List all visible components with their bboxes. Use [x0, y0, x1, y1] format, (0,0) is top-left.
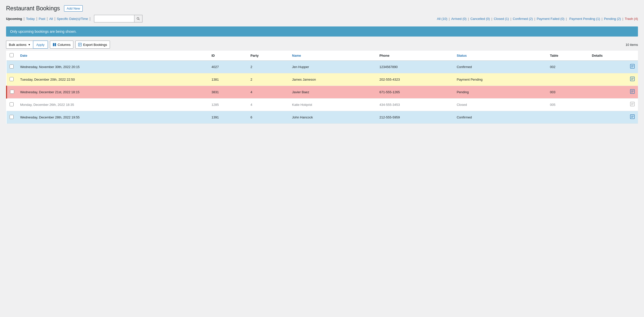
details-icon[interactable] — [630, 103, 635, 108]
row-details[interactable] — [589, 73, 638, 86]
row-id: 1381 — [209, 73, 248, 86]
row-table: 005 — [547, 99, 589, 111]
select-all-checkbox[interactable] — [10, 53, 14, 57]
col-details: Details — [589, 51, 638, 61]
row-id: 4027 — [209, 61, 248, 73]
chevron-down-icon: ▼ — [28, 43, 31, 46]
status-pending[interactable]: Pending (2) — [604, 17, 621, 21]
row-checkbox-cell — [7, 73, 17, 86]
table-row: Wednesday, December 28th, 2022 19:55 139… — [7, 111, 638, 124]
table-header-row: Date ID Party Name Phone Status Table De… — [7, 51, 638, 61]
bulk-actions-dropdown[interactable]: Bulk actions ▼ — [6, 41, 33, 49]
columns-icon — [53, 43, 56, 46]
row-checkbox[interactable] — [10, 90, 14, 94]
bookings-table: Date ID Party Name Phone Status Table De… — [6, 51, 638, 124]
row-table — [547, 111, 589, 124]
row-status: Pending — [454, 86, 547, 99]
apply-button[interactable]: Apply — [33, 41, 48, 49]
row-name: Katie Holqvist — [289, 99, 376, 111]
row-party: 6 — [247, 111, 289, 124]
filter-bar: Upcoming | Today | Past | All | Specific… — [6, 15, 638, 22]
filter-today[interactable]: Today — [26, 17, 35, 21]
row-checkbox-cell — [7, 99, 17, 111]
status-payment-pending[interactable]: Payment Pending (1) — [569, 17, 600, 21]
svg-rect-2 — [53, 43, 54, 46]
row-status: Closed — [454, 99, 547, 111]
table-row: Monday, December 26th, 2022 18:35 1285 4… — [7, 99, 638, 111]
items-count: 10 items — [626, 43, 638, 47]
export-button[interactable]: Export Bookings — [75, 41, 110, 49]
table-row: Tuesday, December 20th, 2022 22:50 1381 … — [7, 73, 638, 86]
columns-label: Columns — [58, 43, 71, 47]
row-name: Jen Hupper — [289, 61, 376, 73]
filter-past[interactable]: Past — [39, 17, 45, 21]
status-arrived[interactable]: Arrived (0) — [451, 17, 466, 21]
filter-all[interactable]: All — [49, 17, 53, 21]
status-trash[interactable]: Trash (4) — [625, 17, 638, 21]
status-confirmed[interactable]: Confirmed (2) — [513, 17, 533, 21]
row-status: Confirmed — [454, 111, 547, 124]
svg-rect-3 — [54, 43, 56, 46]
details-icon[interactable] — [630, 115, 635, 120]
row-date: Monday, December 26th, 2022 18:35 — [17, 99, 209, 111]
row-name: James Jameson — [289, 73, 376, 86]
row-table: 003 — [547, 86, 589, 99]
columns-button[interactable]: Columns — [50, 41, 73, 49]
search-icon — [136, 17, 140, 20]
col-id: ID — [209, 51, 248, 61]
row-party: 4 — [247, 86, 289, 99]
row-details[interactable] — [589, 61, 638, 73]
col-status[interactable]: Status — [454, 51, 547, 61]
row-checkbox-cell — [7, 61, 17, 73]
search-input[interactable] — [94, 15, 134, 22]
page-header: Restaurant Bookings Add New — [6, 5, 638, 12]
row-details[interactable] — [589, 111, 638, 124]
col-phone: Phone — [376, 51, 454, 61]
status-filters: All (10) | Arrived (0) | Cancelled (0) |… — [437, 17, 638, 21]
row-checkbox-cell — [7, 111, 17, 124]
col-date[interactable]: Date — [17, 51, 209, 61]
row-checkbox[interactable] — [10, 102, 14, 106]
table-row: Wednesday, November 30th, 2022 20:15 402… — [7, 61, 638, 73]
date-filters: Upcoming | Today | Past | All | Specific… — [6, 15, 142, 22]
row-id: 1285 — [209, 99, 248, 111]
row-checkbox[interactable] — [10, 65, 14, 69]
row-date: Tuesday, December 20th, 2022 22:50 — [17, 73, 209, 86]
row-details[interactable] — [589, 86, 638, 99]
row-phone: 212-555-5959 — [376, 111, 454, 124]
status-payment-failed[interactable]: Payment Failed (0) — [537, 17, 564, 21]
details-icon[interactable] — [630, 65, 635, 70]
row-party: 2 — [247, 73, 289, 86]
bulk-actions-container: Bulk actions ▼ Apply — [6, 41, 48, 49]
row-id: 1391 — [209, 111, 248, 124]
filter-upcoming[interactable]: Upcoming — [6, 17, 22, 21]
filter-specific-date[interactable]: Specific Date(s)/Time — [57, 17, 88, 21]
search-button[interactable] — [134, 15, 142, 22]
row-checkbox[interactable] — [10, 115, 14, 119]
toolbar-left: Bulk actions ▼ Apply Columns Export Book… — [6, 41, 110, 49]
col-name[interactable]: Name — [289, 51, 376, 61]
row-date: Wednesday, December 21st, 2022 18:15 — [17, 86, 209, 99]
status-cancelled[interactable]: Cancelled (0) — [470, 17, 490, 21]
row-table: 002 — [547, 61, 589, 73]
notice-bar: Only upcoming bookings are being shown. — [6, 26, 638, 37]
status-all[interactable]: All (10) — [437, 17, 447, 21]
details-icon[interactable] — [630, 90, 635, 95]
toolbar: Bulk actions ▼ Apply Columns Export Book… — [6, 41, 638, 49]
export-label: Export Bookings — [83, 43, 107, 47]
row-checkbox-cell — [7, 86, 17, 99]
status-closed[interactable]: Closed (1) — [494, 17, 509, 21]
row-id: 3831 — [209, 86, 248, 99]
details-icon[interactable] — [630, 77, 635, 82]
row-details[interactable] — [589, 99, 638, 111]
row-checkbox[interactable] — [10, 77, 14, 81]
add-new-button[interactable]: Add New — [64, 5, 83, 12]
row-name: John Hancock — [289, 111, 376, 124]
table-row: Wednesday, December 21st, 2022 18:15 383… — [7, 86, 638, 99]
col-party: Party — [247, 51, 289, 61]
notice-text: Only upcoming bookings are being shown. — [10, 29, 77, 34]
col-table: Table — [547, 51, 589, 61]
search-box — [94, 15, 142, 22]
page-title: Restaurant Bookings — [6, 5, 60, 12]
svg-line-1 — [139, 19, 139, 20]
